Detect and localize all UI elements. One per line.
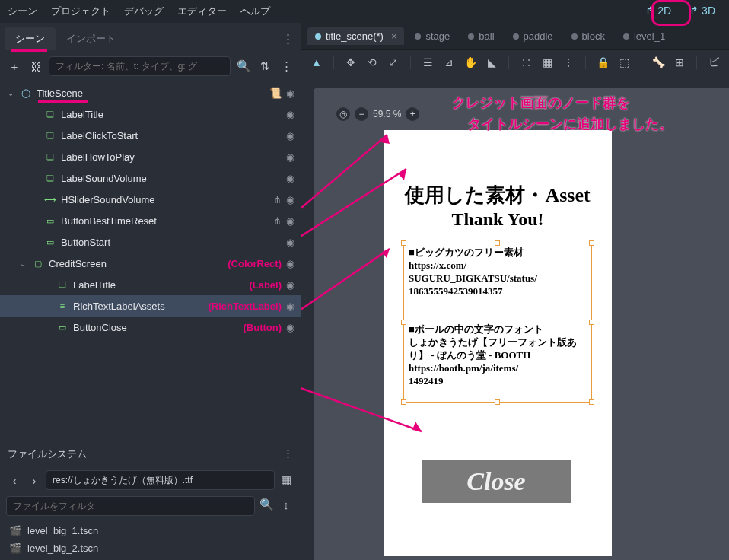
select-tool-icon[interactable]: ▲ [309, 55, 324, 70]
close-tab-icon[interactable]: × [391, 30, 397, 42]
visibility-icon[interactable]: ◉ [286, 130, 294, 142]
resize-handle[interactable] [589, 240, 594, 246]
visibility-icon[interactable]: ◉ [286, 301, 294, 312]
pan-tool-icon[interactable]: ✋ [463, 55, 478, 70]
viewport-panel: title_scene(*)×stageballpaddleblocklevel… [301, 23, 729, 560]
view-3d-button[interactable]: ↱ 3D [683, 3, 721, 18]
snap-menu-icon[interactable]: ⋮ [561, 55, 576, 70]
ruler-horizontal [315, 75, 729, 89]
snap-tool-icon[interactable]: ⸬ [518, 55, 533, 70]
signal-icon[interactable]: ⋔ [273, 194, 282, 205]
fs-back-button[interactable]: ‹ [6, 472, 23, 488]
fs-mode-icon[interactable]: ▦ [278, 472, 294, 488]
fs-sort-icon[interactable]: ↕︎ [278, 496, 294, 513]
zoom-center-button[interactable]: ◎ [336, 107, 350, 121]
tree-extra-icon[interactable]: ⇅ [256, 58, 273, 75]
fs-file[interactable]: 🎬level_big_1.tscn [6, 522, 294, 539]
tree-node[interactable]: ❏LabelHowToPlay◉ [0, 146, 301, 167]
move-tool-icon[interactable]: ✥ [343, 55, 358, 70]
visibility-icon[interactable]: ◉ [286, 215, 294, 227]
scene-tab[interactable]: ball [460, 27, 501, 45]
credit-screen-preview[interactable]: 使用した素材・Asset Thank You! ■ビッグカツのフリー素材 htt… [384, 130, 612, 556]
scale-tool-icon[interactable]: ⤢ [386, 55, 401, 70]
scene-tab[interactable]: paddle [505, 27, 561, 45]
link-node-button[interactable]: ⛓ [27, 58, 44, 75]
credit-close-button[interactable]: Close [422, 460, 571, 503]
tree-node[interactable]: ▭ButtonStart◉ [0, 231, 301, 253]
tree-node[interactable]: ⟷HSliderSoundVolume⋔◉ [0, 189, 301, 210]
resize-handle[interactable] [495, 240, 500, 246]
menu-project[interactable]: プロジェクト [51, 5, 110, 18]
list-tool-icon[interactable]: ☰ [420, 55, 435, 70]
script-icon[interactable]: 📜 [269, 88, 282, 99]
tree-more-icon[interactable]: ⋮ [278, 58, 294, 75]
canvas-area[interactable]: ◎ − 59.5 % + 使用した素材・Asset Thank You! ■ビッ… [315, 89, 729, 560]
dock-tab-scene[interactable]: シーン [5, 27, 56, 50]
visibility-icon[interactable]: ◉ [286, 173, 294, 184]
fs-fwd-button[interactable]: › [26, 472, 43, 488]
visibility-icon[interactable]: ◉ [286, 151, 294, 163]
resize-handle[interactable] [495, 399, 500, 405]
anchor-tool-icon[interactable]: ⊞ [672, 55, 687, 70]
visibility-icon[interactable]: ◉ [286, 322, 294, 333]
zoom-in-button[interactable]: + [406, 107, 419, 121]
visibility-icon[interactable]: ◉ [286, 279, 294, 291]
visibility-icon[interactable]: ◉ [286, 237, 294, 248]
tree-node[interactable]: ≡RichTextLabelAssets(RichTextLabel)◉ [0, 295, 301, 317]
tree-creditscreen[interactable]: ⌄ ▢ CreditScreen (ColorRect) ◉ [0, 253, 301, 274]
viewport-2d[interactable]: ◎ − 59.5 % + 使用した素材・Asset Thank You! ■ビッ… [301, 75, 729, 560]
menu-debug[interactable]: デバッグ [124, 5, 164, 18]
scene-tab[interactable]: block [564, 27, 613, 45]
scene-tab[interactable]: stage [407, 27, 457, 45]
rotate-tool-icon[interactable]: ⟲ [364, 55, 380, 70]
viewport-toolbar: ▲ ✥ ⟲ ⤢ ☰ ⊿ ✋ ◣ ⸬ ▦ ⋮ 🔒 ⬚ 🦴 ⊞ ビ [301, 50, 729, 75]
search-icon[interactable]: 🔍 [258, 496, 275, 513]
resize-handle[interactable] [589, 399, 594, 405]
ruler-tool-icon[interactable]: ⊿ [441, 55, 457, 70]
control-icon: ❏ [44, 172, 56, 184]
group-tool-icon[interactable]: ⬚ [616, 55, 632, 70]
scene-dot-icon [513, 33, 519, 40]
grid-tool-icon[interactable]: ▦ [540, 55, 555, 70]
resize-handle[interactable] [589, 320, 594, 325]
lock-tool-icon[interactable]: 🔒 [595, 55, 610, 70]
zoom-level[interactable]: 59.5 % [373, 109, 401, 119]
tree-node[interactable]: ❏LabelTitle◉ [0, 103, 301, 125]
visibility-icon[interactable]: ◉ [286, 194, 294, 205]
visibility-icon[interactable]: ◉ [286, 88, 294, 99]
view-menu-icon[interactable]: ビ [706, 55, 721, 70]
signal-icon[interactable]: ⋔ [273, 215, 282, 227]
tree-root[interactable]: ⌄ ◯ TitleScene 📜◉ [0, 82, 301, 103]
dock-menu-icon[interactable]: ⋮ [279, 30, 296, 47]
menu-scene[interactable]: シーン [8, 5, 37, 18]
dock-tab-import[interactable]: インポート [56, 27, 126, 50]
tree-node[interactable]: ❏LabelClickToStart◉ [0, 125, 301, 146]
resize-handle[interactable] [401, 399, 406, 405]
tree-node[interactable]: ❏LabelTitle(Label)◉ [0, 274, 301, 295]
zoom-out-button[interactable]: − [355, 107, 368, 121]
menu-help[interactable]: ヘルプ [240, 5, 270, 18]
search-icon[interactable]: 🔍 [235, 58, 252, 75]
resize-handle[interactable] [401, 240, 406, 246]
scene-tab[interactable]: title_scene(*)× [307, 27, 404, 45]
bone-tool-icon[interactable]: 🦴 [651, 55, 666, 70]
fs-path-input[interactable] [46, 470, 275, 490]
add-node-button[interactable]: + [6, 58, 23, 75]
annotation-callout-2: タイトルシーンに追加しました。 [467, 115, 673, 133]
tree-node[interactable]: ▭ButtonClose(Button)◉ [0, 317, 301, 338]
fs-filter-input[interactable] [6, 496, 255, 516]
scene-tab[interactable]: level_1 [616, 27, 673, 45]
visibility-icon[interactable]: ◉ [286, 258, 294, 269]
scene-filter-input[interactable] [49, 56, 231, 76]
view-2d-button[interactable]: ↱ 2D [639, 3, 677, 18]
fs-file[interactable]: 🎬level_big_2.tscn [6, 539, 294, 557]
visibility-icon[interactable]: ◉ [286, 109, 294, 120]
ruler-corner [301, 75, 315, 89]
ruler2-tool-icon[interactable]: ◣ [484, 55, 499, 70]
tree-node[interactable]: ❏LabelSoundVolume◉ [0, 167, 301, 189]
menu-editor[interactable]: エディター [177, 5, 227, 18]
tree-node[interactable]: ▭ButtonBestTimeReset⋔◉ [0, 210, 301, 231]
resize-handle[interactable] [401, 320, 406, 325]
credit-richtext-box[interactable]: ■ビッグカツのフリー素材 https://x.com/ SUGURU_BIGKA… [403, 243, 592, 402]
dock-menu-icon[interactable]: ⋮ [283, 447, 293, 461]
